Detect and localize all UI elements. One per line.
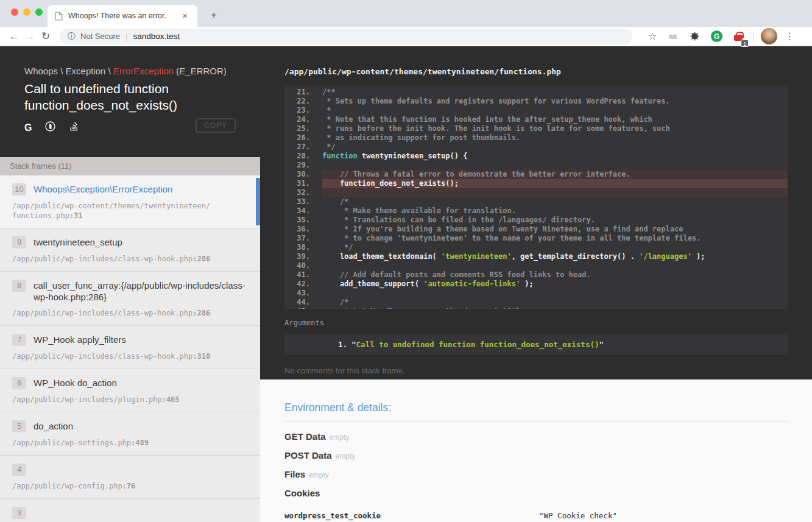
tab-strip: Whoops! There was an error. ✕ + bbox=[0, 0, 812, 27]
environment-section: Environment & details: GET Dataempty POS… bbox=[260, 379, 812, 522]
frame-number-badge: 9 bbox=[12, 236, 26, 249]
window-controls bbox=[11, 9, 43, 16]
duckduckgo-search-icon[interactable] bbox=[45, 121, 55, 134]
active-frame-indicator bbox=[256, 178, 260, 225]
stack-frame[interactable]: 5 do_action /app/public/wp-settings.php:… bbox=[0, 412, 260, 456]
address-bar[interactable]: ⓘ Not Secure | sandbox.test bbox=[60, 29, 632, 44]
code-line: 41. // Add default posts and comments RS… bbox=[284, 270, 788, 280]
frame-file-path: /app/public/wp-includes/plugin.php:465 bbox=[12, 395, 248, 404]
frame-number-badge: 4 bbox=[12, 464, 26, 476]
env-empty-note: empty bbox=[336, 452, 356, 460]
info-icon[interactable]: ⓘ bbox=[68, 31, 76, 42]
frame-number-badge: 8 bbox=[12, 280, 26, 292]
stackoverflow-search-icon[interactable] bbox=[69, 121, 79, 134]
url-text: sandbox.test bbox=[133, 32, 180, 41]
frame-number-badge: 10 bbox=[12, 183, 26, 196]
copy-button[interactable]: COPY bbox=[196, 118, 236, 133]
argument-close-quote: " bbox=[599, 340, 604, 349]
environment-title: Environment & details: bbox=[284, 401, 788, 421]
frame-function-name: twentynineteen_setup bbox=[34, 236, 122, 248]
env-section-post: POST Dataempty bbox=[284, 450, 788, 462]
google-search-icon[interactable]: G bbox=[24, 122, 32, 133]
cookies-table: wordpress_test_cookie "WP Cookie check" … bbox=[284, 507, 788, 522]
code-line: 28.function twentynineteen_setup() { bbox=[284, 152, 788, 161]
castle-extension-icon bbox=[668, 31, 678, 41]
password-lock-extension-icon[interactable]: 1 bbox=[732, 30, 744, 43]
grammarly-extension-icon[interactable]: G bbox=[710, 30, 722, 43]
stack-frames-header: Stack frames (11) bbox=[0, 157, 260, 175]
window-close-button[interactable] bbox=[11, 9, 18, 16]
code-line: 32. bbox=[284, 188, 788, 197]
code-line: 24. * Note that this function is hooked … bbox=[284, 115, 788, 124]
code-line: 43. bbox=[284, 289, 788, 298]
frame-file-path: /app/public/wp-settings.php:489 bbox=[12, 438, 248, 448]
extension-icon[interactable] bbox=[666, 30, 679, 43]
stack-frame[interactable]: 9 twentynineteen_setup /app/public/wp-in… bbox=[0, 228, 260, 272]
frame-file-path: /app/public/wp-includes/class-wp-hook.ph… bbox=[12, 351, 248, 361]
stack-frame[interactable]: 6 WP_Hook do_action /app/public/wp-inclu… bbox=[0, 369, 260, 412]
bookmark-star-icon[interactable]: ☆ bbox=[648, 30, 657, 42]
breadcrumb-error-class: ErrorException bbox=[113, 66, 174, 76]
cookie-key: wordpress_test_cookie bbox=[284, 511, 539, 520]
stack-frame[interactable]: 10 Whoops\Exception\ErrorException /app/… bbox=[0, 175, 260, 228]
stack-frames-list: 10 Whoops\Exception\ErrorException /app/… bbox=[0, 175, 260, 522]
code-line: 36. * If you're building a theme based o… bbox=[284, 225, 788, 234]
frame-function-name: WP_Hook do_action bbox=[34, 377, 117, 389]
code-line: 38. */ bbox=[284, 243, 788, 252]
bug-extension-icon[interactable] bbox=[688, 30, 701, 43]
stack-frame[interactable]: 4 /app/public/wp-config.php:76 bbox=[0, 456, 260, 499]
stack-frame[interactable]: 8 call_user_func_array:{/app/public/wp-i… bbox=[0, 272, 260, 326]
browser-toolbar: ← → ↻ ⓘ Not Secure | sandbox.test ☆ G 1 … bbox=[0, 27, 812, 46]
stack-frame[interactable]: 7 WP_Hook apply_filters /app/public/wp-i… bbox=[0, 326, 260, 369]
frame-function-name: do_action bbox=[34, 420, 73, 432]
env-section-get: GET Dataempty bbox=[284, 431, 788, 443]
frame-file-path: /app/public/wp-includes/class-wp-hook.ph… bbox=[12, 308, 248, 318]
back-button[interactable]: ← bbox=[6, 30, 22, 43]
code-line: 34. * Make theme available for translati… bbox=[284, 206, 788, 216]
code-line: 45. * Let WordPress manage the document … bbox=[284, 307, 788, 309]
exception-header: Whoops \ Exception \ ErrorException (E_E… bbox=[0, 46, 260, 157]
code-line: 37. * to change 'twentynineteen' to the … bbox=[284, 234, 788, 243]
code-line: 40. bbox=[284, 261, 788, 270]
toolbar-divider bbox=[753, 31, 754, 42]
page-favicon-icon bbox=[55, 12, 63, 21]
browser-menu-icon[interactable]: ⋮ bbox=[783, 30, 796, 42]
cookie-row: wordpress_test_cookie "WP Cookie check" bbox=[284, 507, 788, 522]
right-panel: /app/public/wp-content/themes/twentynine… bbox=[260, 46, 812, 522]
tab-close-icon[interactable]: ✕ bbox=[180, 11, 190, 21]
code-line: 26. * as indicating support for post thu… bbox=[284, 133, 788, 143]
code-line: 33. /* bbox=[284, 197, 788, 206]
frame-number-badge: 3 bbox=[12, 507, 26, 519]
env-empty-note: empty bbox=[330, 433, 350, 442]
code-line: 30. // Throws a fatal error to demonstra… bbox=[284, 170, 788, 179]
env-section-files: Filesempty bbox=[284, 469, 788, 481]
browser-tab[interactable]: Whoops! There was an error. ✕ bbox=[48, 5, 197, 27]
no-comments-note: No comments for this stack frame. bbox=[284, 366, 788, 375]
code-line: 35. * Translations can be filed in the /… bbox=[284, 216, 788, 225]
code-line: 25. * runs before the init hook. The ini… bbox=[284, 124, 788, 133]
exception-breadcrumb: Whoops \ Exception \ ErrorException (E_E… bbox=[24, 66, 236, 77]
frame-number-badge: 5 bbox=[12, 420, 26, 432]
frame-file-path: /app/public/wp-config.php:76 bbox=[12, 481, 248, 491]
whoops-error-page: Whoops \ Exception \ ErrorException (E_E… bbox=[0, 46, 812, 522]
stack-frame[interactable]: 3 /app/public/wp-load.php:37 bbox=[0, 499, 260, 522]
bug-icon bbox=[690, 31, 700, 41]
window-zoom-button[interactable] bbox=[35, 9, 43, 16]
env-label: GET Data bbox=[284, 431, 326, 442]
url-divider: | bbox=[125, 32, 127, 41]
window-minimize-button[interactable] bbox=[23, 9, 30, 16]
code-line: 21./** bbox=[284, 88, 788, 97]
frame-function-name: WP_Hook apply_filters bbox=[34, 334, 126, 345]
code-line: 31. function_does_not_exists(); bbox=[284, 179, 788, 188]
profile-avatar[interactable] bbox=[761, 28, 777, 44]
grammarly-icon: G bbox=[711, 30, 722, 42]
frame-file-path: /app/public/wp-content/themes/twentynine… bbox=[12, 201, 248, 220]
new-tab-button[interactable]: + bbox=[205, 6, 223, 24]
frame-file-header: /app/public/wp-content/themes/twentynine… bbox=[284, 67, 788, 76]
exception-message: Call to undefined function function_does… bbox=[24, 80, 236, 113]
reload-button[interactable]: ↻ bbox=[38, 30, 54, 43]
code-line: 29. bbox=[284, 161, 788, 170]
security-label: Not Secure bbox=[80, 32, 120, 41]
forward-button[interactable]: → bbox=[22, 30, 38, 43]
code-line: 44. /* bbox=[284, 298, 788, 307]
